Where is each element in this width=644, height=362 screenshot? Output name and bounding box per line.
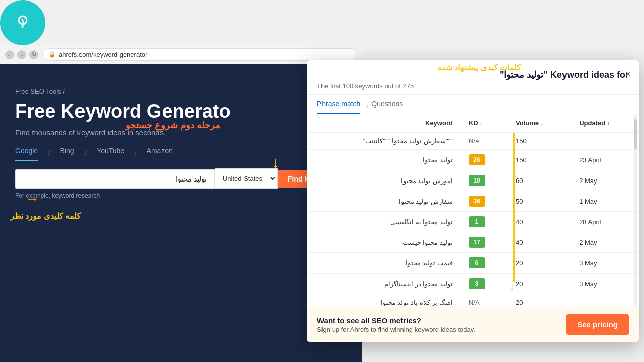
kd-cell: N/A <box>461 132 508 150</box>
logo-icon: ) <box>10 10 35 35</box>
kd-badge: 6 <box>469 257 485 268</box>
kd-cell: 6 <box>461 253 508 274</box>
lock-icon: 🔒 <box>49 51 56 58</box>
kd-cell: N/A <box>461 294 508 307</box>
kd-badge: 3 <box>469 278 485 289</box>
table-row: قیمت تولید محتوا6203 May <box>307 253 639 274</box>
keyword-cell: سفارش تولید محتوا <box>307 191 461 212</box>
back-button[interactable]: ← <box>5 50 14 59</box>
kd-cell: 26 <box>461 150 508 170</box>
tab-google[interactable]: Google <box>15 147 38 161</box>
table-row: آموزش تولید محتوا10602 May <box>307 170 639 191</box>
keyword-cell: آموزش تولید محتوا <box>307 170 461 191</box>
keyword-cell: آهنگ بر کلاه باد تولد محتوا <box>307 294 461 307</box>
keyword-cell: قیمت تولید محتوا <box>307 253 461 274</box>
scrollbar-thumb <box>634 119 637 149</box>
modal-body: Keyword KD ↕ Volume ↓ Updated ↕ """سفارش… <box>307 114 639 307</box>
tab-questions[interactable]: Questions <box>371 100 403 114</box>
tab-amazon[interactable]: Amazon <box>147 147 173 161</box>
country-select[interactable]: United States <box>215 168 278 189</box>
table-row: """سفارش تولید محتوا """کانتنت"N/A150 <box>307 132 639 150</box>
modal-close-button[interactable]: × <box>625 68 631 80</box>
refresh-button[interactable]: ↻ <box>29 50 38 59</box>
updated-cell: 28 April <box>571 212 639 232</box>
keyword-annotation: کلمه کلیدی مورد نظر <box>10 211 81 221</box>
kd-cell: 10 <box>461 170 508 191</box>
keyword-cell: تولید محتوا در اینستاگرام <box>307 274 461 294</box>
volume-cell: 20 <box>508 294 571 307</box>
keyword-cell: تولید محتوا به انگلیسی <box>307 212 461 232</box>
kd-na: N/A <box>469 299 480 306</box>
site-logo: ) <box>0 0 45 45</box>
volume-cell: 150 <box>508 132 571 150</box>
col-keyword: Keyword <box>307 114 461 132</box>
col-volume: Volume ↓ <box>508 114 571 132</box>
updated-cell <box>571 294 639 307</box>
tab-separator: / <box>366 100 368 114</box>
volume-cell: 40 <box>508 212 571 232</box>
footer-text-wrap: Want to see all SEO metrics? Sign up for… <box>317 316 475 333</box>
kd-cell: 36 <box>461 191 508 212</box>
breadcrumb: Free SEO Tools / <box>15 87 347 95</box>
kd-badge: 36 <box>469 196 485 207</box>
updated-cell: 2 May <box>571 232 639 253</box>
table-row: آهنگ بر کلاه باد تولد محتواN/A20 <box>307 294 639 307</box>
search-input-wrap <box>15 169 215 189</box>
tab-youtube[interactable]: YouTube <box>97 147 124 161</box>
updated-cell: 1 May <box>571 191 639 212</box>
footer-main-text: Want to see all SEO metrics? <box>317 316 475 325</box>
step2-arrow-down: ↓ <box>272 153 280 172</box>
volume-cell: 150 <box>508 150 571 170</box>
kd-cell: 17 <box>461 232 508 253</box>
updated-cell: 2 May <box>571 170 639 191</box>
table-row: تولید محتوا چیست17402 May <box>307 232 639 253</box>
keyword-arrow: → <box>25 191 39 207</box>
modal-footer: Want to see all SEO metrics? Sign up for… <box>307 307 639 342</box>
yellow-arrow-bottom: ↓ <box>509 279 515 293</box>
kd-na: N/A <box>469 137 480 145</box>
kd-cell: 1 <box>461 212 508 232</box>
search-row: United States Find keywords <box>15 168 347 189</box>
forward-button[interactable]: → <box>17 50 26 59</box>
modal-subtitle: The first 100 keywords out of 275 <box>317 82 629 90</box>
kd-badge: 17 <box>469 237 485 248</box>
svg-text:): ) <box>21 17 25 28</box>
volume-cell: 20 <box>508 253 571 274</box>
tab-bing[interactable]: Bing <box>60 147 74 161</box>
table-row: تولید محتوا2615023 April <box>307 150 639 170</box>
volume-cell: 50 <box>508 191 571 212</box>
table-row: سفارش تولید محتوا36501 May <box>307 191 639 212</box>
keyword-ideas-modal: Keyword ideas for "تولید محتوا" The firs… <box>307 60 639 342</box>
keywords-table-wrap[interactable]: Keyword KD ↕ Volume ↓ Updated ↕ """سفارش… <box>307 114 639 307</box>
suggested-annotation: کلمات کیدی پیشنهاد شده <box>438 63 521 72</box>
tab-phrase-match[interactable]: Phrase match <box>317 100 360 114</box>
kd-badge: 1 <box>469 216 485 227</box>
see-pricing-button[interactable]: See pricing <box>566 314 629 335</box>
browser-nav: ← → ↻ <box>5 50 38 59</box>
updated-cell: 3 May <box>571 274 639 294</box>
search-input[interactable] <box>15 169 215 189</box>
kd-cell: 3 <box>461 274 508 294</box>
url-text: ahrefs.com/keyword-generator <box>59 51 147 58</box>
kd-badge: 26 <box>469 154 485 165</box>
updated-cell <box>571 132 639 150</box>
example-text: For example, keyword research <box>15 192 347 199</box>
keywords-table: Keyword KD ↕ Volume ↓ Updated ↕ """سفارش… <box>307 114 639 307</box>
col-updated: Updated ↕ <box>571 114 639 132</box>
table-row: تولید محتوا در اینستاگرام3203 May <box>307 274 639 294</box>
updated-cell: 3 May <box>571 253 639 274</box>
keyword-cell: تولید محتوا <box>307 150 461 170</box>
search-tabs: Google / Bing / YouTube / Amazon <box>15 147 347 161</box>
address-bar[interactable]: 🔒 ahrefs.com/keyword-generator <box>42 48 357 61</box>
footer-sub-text: Sign up for Ahrefs to find winning keywo… <box>317 326 475 333</box>
keyword-cell: """سفارش تولید محتوا """کانتنت" <box>307 132 461 150</box>
yellow-vline <box>513 133 515 282</box>
volume-cell: 20 <box>508 274 571 294</box>
scrollbar[interactable] <box>634 114 637 307</box>
kd-badge: 10 <box>469 175 485 186</box>
step2-annotation: مرحله دوم شروع جستجو <box>126 120 220 131</box>
volume-cell: 60 <box>508 170 571 191</box>
modal-tabs: Phrase match / Questions <box>307 95 639 114</box>
keyword-cell: تولید محتوا چیست <box>307 232 461 253</box>
col-kd: KD ↕ <box>461 114 508 132</box>
